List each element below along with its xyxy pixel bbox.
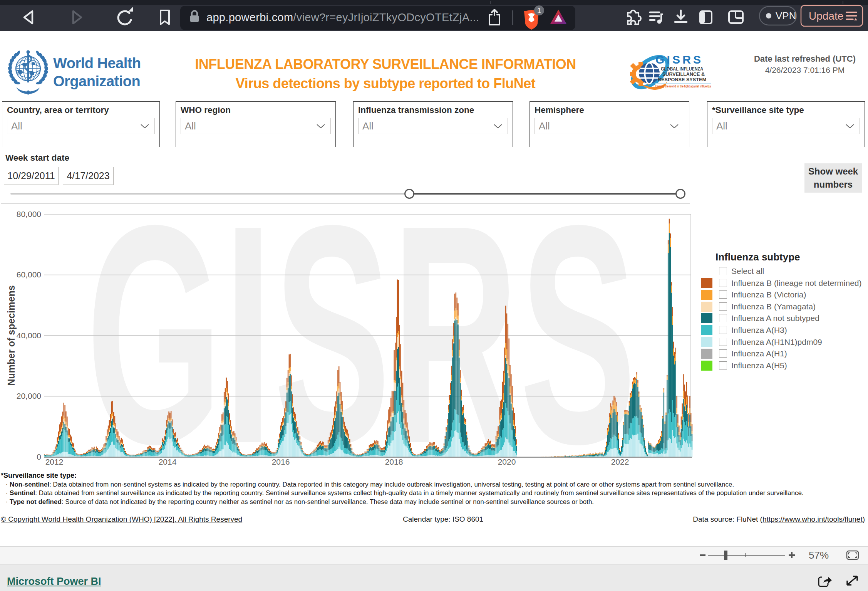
svg-text:80,000: 80,000 [17, 210, 41, 218]
svg-text:40,000: 40,000 [17, 331, 41, 340]
svg-text:Number of specimens: Number of specimens [6, 285, 17, 386]
svg-text:57%: 57% [809, 549, 829, 561]
svg-text:2018: 2018 [385, 457, 403, 466]
svg-text:Uniting the world in the fight: Uniting the world in the fight against i… [655, 84, 711, 88]
svg-text:20,000: 20,000 [17, 391, 41, 400]
svg-text:GISRS: GISRS [655, 53, 701, 66]
svg-text:2020: 2020 [498, 457, 516, 466]
svg-text:2022: 2022 [611, 457, 629, 466]
svg-text:RESPONSE SYSTEM: RESPONSE SYSTEM [658, 77, 706, 82]
svg-text:0: 0 [37, 452, 41, 461]
svg-text:Update: Update [809, 10, 843, 22]
svg-text:VPN: VPN [776, 10, 796, 22]
svg-text:GLOBAL INFLUENZA: GLOBAL INFLUENZA [661, 66, 704, 72]
svg-text:SURVEILLANCE &: SURVEILLANCE & [662, 71, 705, 77]
svg-text:1: 1 [537, 7, 541, 15]
svg-text:2016: 2016 [272, 457, 290, 466]
svg-text:60,000: 60,000 [17, 270, 41, 279]
svg-text:2014: 2014 [159, 457, 177, 466]
svg-text:2012: 2012 [45, 457, 64, 466]
